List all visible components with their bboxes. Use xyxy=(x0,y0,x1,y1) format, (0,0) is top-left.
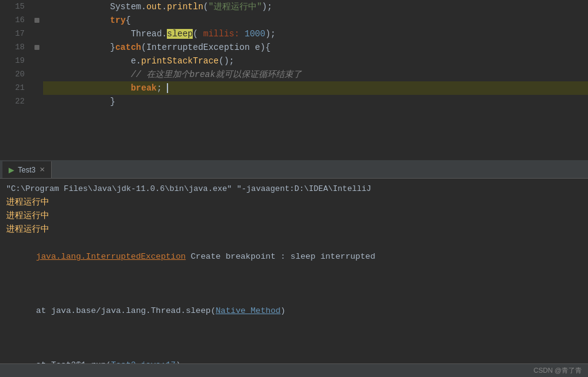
code-line-17: 17 Thread.sleep( millis: 1000); xyxy=(0,27,588,41)
console-line-exception: java.lang.InterruptedException Create br… xyxy=(6,237,582,277)
code-lines: 15 System.out.println("进程运行中"); 16 try{ … xyxy=(0,0,588,108)
console-line-process-2: 进程运行中 xyxy=(6,209,582,223)
console-stack-line-1: at java.base/java.lang.Thread.sleep(Nati… xyxy=(6,277,582,331)
gutter-21 xyxy=(31,81,43,95)
gutter-20 xyxy=(31,68,43,81)
tab-icon: ▶ xyxy=(9,166,14,174)
line-number-22: 22 xyxy=(0,95,31,108)
watermark-text: CSDN @青了青 xyxy=(534,366,582,375)
stack-after-1: ) xyxy=(281,306,286,315)
line-number-20: 20 xyxy=(0,68,31,81)
line-number-21: 21 xyxy=(0,81,31,95)
line-number-18: 18 xyxy=(0,41,31,54)
code-line-15: 15 System.out.println("进程运行中"); xyxy=(0,0,588,14)
code-line-19: 19 e.printStackTrace(); xyxy=(0,54,588,68)
code-content-16: try{ xyxy=(43,14,131,27)
stack-indent-2 xyxy=(36,347,56,356)
tab-close-button[interactable]: ✕ xyxy=(39,166,45,174)
code-content-17: Thread.sleep( millis: 1000); xyxy=(43,27,276,41)
tab-label: Test3 xyxy=(18,166,36,174)
line-number-17: 17 xyxy=(0,27,31,41)
gutter-dot-16 xyxy=(34,18,39,23)
code-line-16: 16 try{ xyxy=(0,14,588,27)
exception-message: Create breakpoint : sleep interrupted xyxy=(186,252,376,261)
console-panel: ▶ Test3 ✕ "C:\Program Files\Java\jdk-11.… xyxy=(0,161,588,377)
console-line-process-3: 进程运行中 xyxy=(6,223,582,237)
line-number-15: 15 xyxy=(0,0,31,14)
code-line-20: 20 // 在这里加个break就可以保证循环结束了 xyxy=(0,68,588,81)
gutter-19 xyxy=(31,54,43,68)
console-line-process-1: 进程运行中 xyxy=(6,196,582,209)
gutter-16 xyxy=(31,14,43,27)
gutter-15 xyxy=(31,0,43,14)
console-bottom-bar: CSDN @青了青 xyxy=(0,363,588,377)
line-number-16: 16 xyxy=(0,14,31,27)
code-line-18: 18 }catch(InterruptedException e){ xyxy=(0,41,588,54)
gutter-17 xyxy=(31,27,43,41)
stack-text-1: at java.base/java.lang.Thread.sleep( xyxy=(36,306,216,315)
console-line-cmd: "C:\Program Files\Java\jdk-11.0.6\bin\ja… xyxy=(6,182,582,196)
console-tab-bar: ▶ Test3 ✕ xyxy=(0,161,588,179)
code-editor: 15 System.out.println("进程运行中"); 16 try{ … xyxy=(0,0,588,160)
line-number-19: 19 xyxy=(0,54,31,68)
gutter-18 xyxy=(31,41,43,54)
console-tab-test3[interactable]: ▶ Test3 ✕ xyxy=(2,161,52,178)
code-content-15: System.out.println("进程运行中"); xyxy=(43,0,272,14)
console-output[interactable]: "C:\Program Files\Java\jdk-11.0.6\bin\ja… xyxy=(0,179,588,363)
stack-indent-1 xyxy=(36,293,56,302)
code-line-21: 21 break; xyxy=(0,81,588,95)
code-content-21: break; xyxy=(43,81,168,95)
stack-link-1[interactable]: Native Method xyxy=(215,306,280,315)
code-content-20: // 在这里加个break就可以保证循环结束了 xyxy=(43,68,302,81)
exception-class: java.lang.InterruptedException xyxy=(36,252,186,261)
code-content-18: }catch(InterruptedException e){ xyxy=(43,41,270,54)
code-content-19: e.printStackTrace(); xyxy=(43,54,234,68)
console-stack-line-2: at Test3$1.run(Test3.java:17) xyxy=(6,331,582,363)
code-content-22: } xyxy=(43,95,115,108)
gutter-22 xyxy=(31,95,43,108)
gutter-dot-18 xyxy=(34,45,39,50)
code-line-22: 22 } xyxy=(0,95,588,108)
